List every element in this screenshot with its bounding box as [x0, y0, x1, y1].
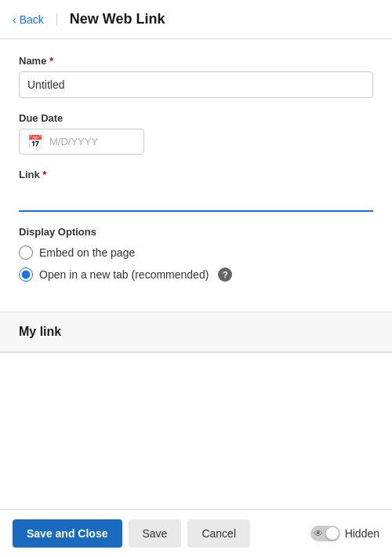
save-and-close-button[interactable]: Save and Close — [13, 519, 122, 548]
save-button[interactable]: Save — [129, 519, 182, 548]
link-label: Link * — [19, 169, 373, 180]
due-date-field-group: Due Date 📅 M/D/YYYY — [19, 112, 373, 155]
embed-radio[interactable] — [19, 246, 33, 260]
content-area — [0, 353, 392, 479]
due-date-input[interactable]: 📅 M/D/YYYY — [19, 129, 144, 155]
name-field-group: Name * — [19, 55, 373, 98]
my-link-section: My link — [0, 312, 392, 352]
link-field-group: Link * — [19, 169, 373, 212]
back-button[interactable]: ‹ Back — [13, 13, 57, 26]
display-options-label: Display Options — [19, 226, 373, 238]
form-area: Name * Due Date 📅 M/D/YYYY Link * Displa… — [0, 39, 392, 311]
page-title: New Web Link — [70, 11, 165, 27]
link-required-star: * — [42, 169, 46, 180]
back-label: Back — [20, 13, 44, 26]
my-link-title: My link — [19, 325, 61, 338]
name-input[interactable] — [19, 71, 373, 98]
link-input[interactable] — [19, 185, 373, 212]
due-date-label: Due Date — [19, 112, 373, 124]
calendar-icon: 📅 — [27, 134, 43, 149]
toggle-thumb — [326, 527, 339, 540]
cancel-button[interactable]: Cancel — [187, 519, 250, 548]
embed-label: Embed on the page — [39, 246, 135, 259]
display-options-group: Display Options Embed on the page Open i… — [19, 226, 373, 282]
header: ‹ Back New Web Link — [0, 0, 392, 39]
toggle-track[interactable]: 👁 — [310, 526, 340, 541]
eye-icon: 👁 — [314, 528, 323, 539]
open-tab-option[interactable]: Open in a new tab (recommended) ? — [19, 268, 373, 282]
embed-option[interactable]: Embed on the page — [19, 246, 373, 260]
footer: Save and Close Save Cancel 👁 Hidden — [0, 509, 392, 557]
open-tab-label: Open in a new tab (recommended) — [39, 268, 209, 281]
radio-group: Embed on the page Open in a new tab (rec… — [19, 246, 373, 282]
name-required-star: * — [49, 55, 53, 67]
hidden-toggle[interactable]: 👁 Hidden — [310, 526, 379, 541]
open-tab-radio[interactable] — [19, 268, 33, 282]
back-chevron-icon: ‹ — [13, 13, 16, 26]
hidden-label: Hidden — [345, 527, 379, 540]
due-date-placeholder: M/D/YYYY — [49, 136, 98, 147]
name-label: Name * — [19, 55, 373, 67]
help-icon[interactable]: ? — [218, 268, 232, 282]
